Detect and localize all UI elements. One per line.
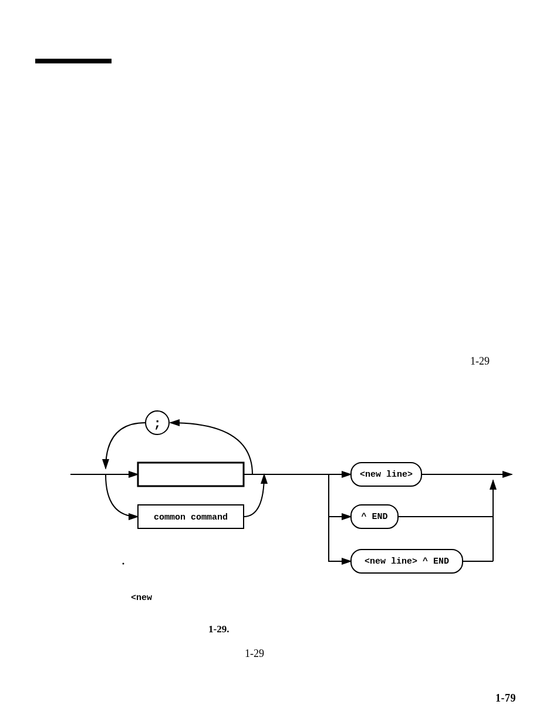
figure-number: 1-29. <box>208 623 229 635</box>
page-number: 1-79 <box>495 692 516 705</box>
stray-new-text: <new <box>131 593 152 603</box>
end-label: ^ END <box>361 512 387 522</box>
syntax-diagram: common command ; <new line> ^ END <new l… <box>70 399 517 581</box>
svg-rect-1 <box>138 463 244 486</box>
figure-ref-right: 1-29 <box>470 355 490 368</box>
newline-end-label: <new line> ^ END <box>365 557 449 567</box>
figure-ref: 1-29 <box>245 648 264 660</box>
semicolon-label: ; <box>153 417 161 432</box>
newline-label: <new line> <box>360 470 413 480</box>
svg-point-13 <box>123 563 124 565</box>
header-rule <box>35 59 112 63</box>
common-command-label: common command <box>154 513 228 523</box>
